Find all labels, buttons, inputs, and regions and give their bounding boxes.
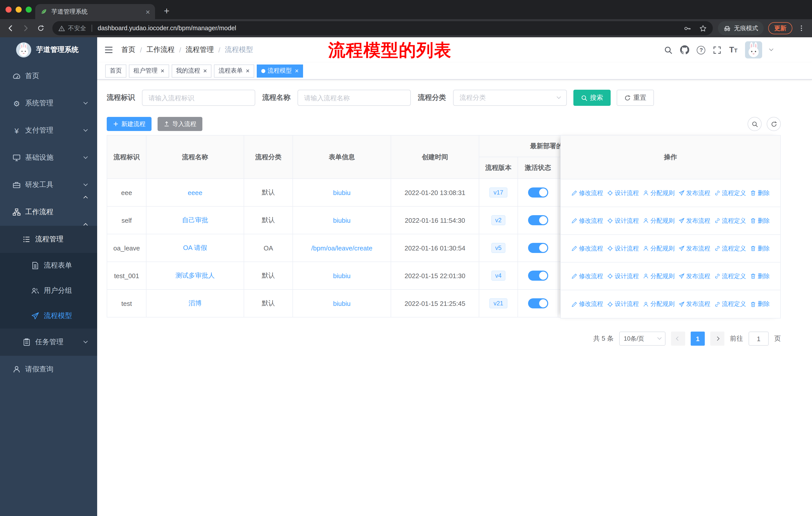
window-zoom-button[interactable] [26,6,32,12]
bookmark-star-icon[interactable] [699,24,707,32]
search-button[interactable]: 搜索 [573,90,611,106]
tag-close-icon[interactable]: × [161,67,164,74]
sidebar-item[interactable]: 流程表单 [0,253,97,278]
tag-close-icon[interactable]: × [295,67,299,74]
sidebar-item[interactable]: 任务管理 [0,329,97,356]
password-key-icon[interactable] [684,24,691,32]
sidebar-toggle-icon[interactable] [104,45,113,54]
form-info-link[interactable]: biubiu [333,189,350,196]
tag-item[interactable]: 首页 [105,64,126,77]
action-design-link[interactable]: 设计流程 [607,272,639,280]
active-toggle[interactable] [528,271,548,281]
action-definition-link[interactable]: 流程定义 [714,244,746,253]
create-process-button[interactable]: 新建流程 [107,117,151,131]
action-assign-link[interactable]: 分配规则 [643,244,674,253]
action-design-link[interactable]: 设计流程 [607,300,639,308]
sidebar-item[interactable]: 基础设施 [0,144,97,171]
process-key-input[interactable] [142,90,255,106]
action-definition-link[interactable]: 流程定义 [714,189,746,197]
window-minimize-button[interactable] [16,6,22,12]
action-assign-link[interactable]: 分配规则 [643,300,674,308]
window-close-button[interactable] [5,6,11,12]
form-info-link[interactable]: biubiu [333,272,350,279]
process-name-link[interactable]: eeee [188,189,202,196]
action-publish-link[interactable]: 发布流程 [678,244,710,253]
action-edit-link[interactable]: 修改流程 [571,272,603,280]
search-icon[interactable] [664,46,673,54]
tag-item[interactable]: 流程模型× [257,64,303,77]
fullscreen-icon[interactable] [713,46,722,54]
sidebar-item[interactable]: ¥支付管理 [0,117,97,144]
version-tag[interactable]: v4 [491,271,505,281]
back-button[interactable] [4,22,17,35]
category-select[interactable]: 流程分类 [453,90,567,106]
github-icon[interactable] [680,45,689,54]
action-delete-link[interactable]: 删除 [750,272,770,280]
action-publish-link[interactable]: 发布流程 [678,189,710,197]
action-publish-link[interactable]: 发布流程 [678,216,710,225]
app-logo[interactable]: 芋道管理系统 [0,37,97,62]
sidebar-item[interactable]: 流程模型 [0,303,97,329]
sidebar-item[interactable]: 首页 [0,62,97,90]
user-avatar[interactable] [745,41,762,58]
process-name-link[interactable]: 测试多审批人 [175,272,215,279]
breadcrumb-item[interactable]: 流程管理 [186,45,214,54]
new-tab-button[interactable]: + [160,4,173,18]
process-name-link[interactable]: 滔博 [188,299,202,307]
font-size-icon[interactable]: TT [729,46,737,54]
page-size-select[interactable]: 10条/页 [619,332,666,346]
tag-item[interactable]: 租户管理× [129,64,169,77]
sidebar-item[interactable]: 流程管理 [0,226,97,253]
sidebar-item[interactable]: 研发工具 [0,171,97,198]
next-page-button[interactable] [710,332,724,346]
action-edit-link[interactable]: 修改流程 [571,300,603,308]
action-definition-link[interactable]: 流程定义 [714,216,746,225]
reload-button[interactable] [34,22,47,35]
action-delete-link[interactable]: 删除 [750,216,770,225]
action-delete-link[interactable]: 删除 [750,244,770,253]
tag-close-icon[interactable]: × [203,67,207,74]
browser-menu-icon[interactable] [795,22,808,35]
browser-tab[interactable]: 芋道管理系统 × [35,4,155,19]
toggle-search-button[interactable] [748,117,762,131]
active-toggle[interactable] [528,187,548,197]
page-number-button[interactable]: 1 [691,332,705,346]
breadcrumb-item[interactable]: 工作流程 [146,45,175,54]
action-definition-link[interactable]: 流程定义 [714,272,746,280]
form-info-link[interactable]: biubiu [333,216,350,224]
action-delete-link[interactable]: 删除 [750,300,770,308]
action-assign-link[interactable]: 分配规则 [643,189,674,197]
action-publish-link[interactable]: 发布流程 [678,300,710,308]
prev-page-button[interactable] [671,332,685,346]
security-label[interactable]: 不安全 [68,24,86,32]
tag-close-icon[interactable]: × [246,67,250,74]
refresh-table-button[interactable] [767,117,781,131]
form-info-link[interactable]: biubiu [333,300,350,307]
action-edit-link[interactable]: 修改流程 [571,244,603,253]
active-toggle[interactable] [528,298,548,308]
address-bar[interactable]: 不安全 dashboard.yudao.iocoder.cn/bpm/manag… [52,21,713,35]
forward-button[interactable] [19,22,32,35]
action-design-link[interactable]: 设计流程 [607,244,639,253]
import-process-button[interactable]: 导入流程 [157,117,202,131]
reset-button[interactable]: 重置 [617,90,654,106]
action-edit-link[interactable]: 修改流程 [571,216,603,225]
goto-page-input[interactable] [749,332,769,346]
action-design-link[interactable]: 设计流程 [607,189,639,197]
action-edit-link[interactable]: 修改流程 [571,189,603,197]
version-tag[interactable]: v5 [491,243,505,253]
action-definition-link[interactable]: 流程定义 [714,300,746,308]
active-toggle[interactable] [528,243,548,253]
sidebar-item[interactable]: 工作流程 [0,198,97,226]
tag-item[interactable]: 流程表单× [214,64,254,77]
process-name-link[interactable]: 自己审批 [182,216,208,224]
help-icon[interactable]: ? [697,46,705,54]
tab-close-icon[interactable]: × [145,8,150,16]
sidebar-item[interactable]: 请假查询 [0,356,97,383]
version-tag[interactable]: v21 [490,298,508,309]
process-name-input[interactable] [297,90,411,106]
process-name-link[interactable]: OA 请假 [183,244,207,251]
action-publish-link[interactable]: 发布流程 [678,272,710,280]
action-assign-link[interactable]: 分配规则 [643,272,674,280]
sidebar-item[interactable]: ⚙系统管理 [0,90,97,117]
